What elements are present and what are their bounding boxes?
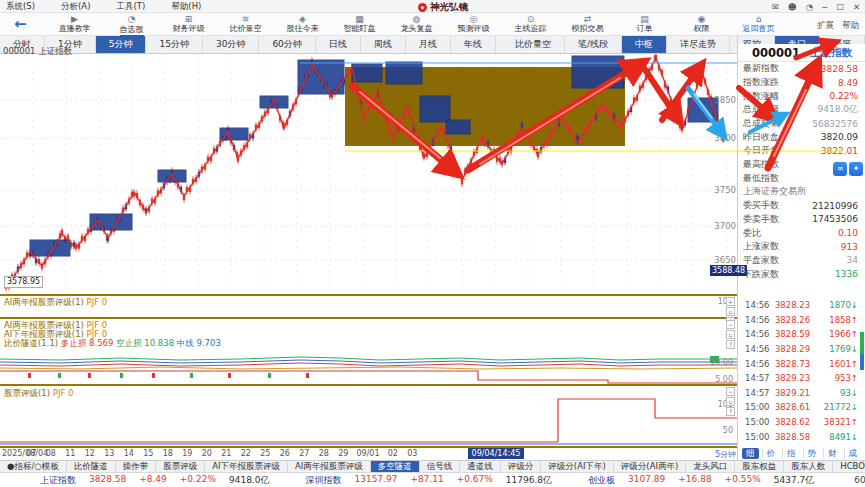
toolbar-item[interactable]: ◉ 权限 [673, 13, 730, 36]
indicator-tab[interactable]: 股票评级 [156, 461, 205, 472]
x-axis-date: 03 [403, 448, 423, 460]
period-tab[interactable]: 15分钟 [146, 36, 202, 53]
panel-mini-tab[interactable]: 指 [782, 448, 800, 459]
indicator-tab[interactable]: 股东人数 [784, 461, 833, 472]
toolbar-item[interactable]: ▶ 直播教学 [46, 13, 103, 36]
period-tab[interactable]: 周线 [361, 36, 406, 53]
indicator-tab[interactable]: 通道线 [460, 461, 501, 472]
panel-mini-tab[interactable]: 势 [803, 448, 821, 459]
x-axis-date: 14 [119, 448, 139, 460]
toolbar-item[interactable]: ▦ 智能盯盘 [331, 13, 388, 36]
toolbar-item[interactable]: ◎ 预测评级 [445, 13, 502, 36]
tick-list[interactable]: 14:56 3828.23 1870↓ 14:56 3828.26 1858↑ … [738, 298, 865, 444]
menu-item[interactable]: 分析(A) [61, 1, 90, 13]
indicator-tab[interactable]: 比价隧道 [67, 461, 116, 472]
pane3-canvas[interactable] [0, 386, 737, 446]
pane-menu-icon[interactable]: ▫ [726, 330, 735, 339]
view-tab[interactable]: 详尽走势 [667, 36, 730, 53]
user-icon[interactable]: ☻ [788, 2, 797, 12]
help-icon[interactable]: ? [726, 340, 735, 349]
view-tab[interactable]: 中枢 [622, 36, 667, 53]
toolbar-item[interactable]: ⌂ 返回首页 [730, 13, 787, 36]
toolbar-item[interactable]: ⊙ 主线追踪 [502, 13, 559, 36]
panel-mini-tab[interactable]: 细 [742, 448, 759, 459]
panel-mini-tab[interactable]: 成 [844, 448, 862, 459]
indicator-tab[interactable]: 操作带 [116, 461, 157, 472]
index-quote-group[interactable]: 创业板 3107.89 +16.88 +0.55% 5437.7亿 [588, 474, 814, 487]
help-icon[interactable]: ? [726, 407, 735, 416]
pane-separator[interactable] [0, 384, 737, 386]
pane-menu-icon[interactable]: ▫ [726, 397, 735, 406]
period-tab[interactable]: 60分钟 [259, 36, 315, 53]
big-order-ticker[interactable]: 605599 大单卖出 775手 [854, 474, 865, 487]
panel-mini-tab[interactable]: 财 [823, 448, 841, 459]
view-tab[interactable]: 比价量空 [502, 36, 565, 53]
quote-header: 000001 上证指数 [738, 44, 865, 62]
pane-separator[interactable] [0, 317, 737, 319]
period-tab[interactable]: 5分钟 [96, 36, 147, 53]
x-axis-date: 21 [217, 448, 237, 460]
minimize-icon[interactable]: ─ [822, 2, 827, 12]
x-axis-date: 26 [275, 448, 295, 460]
back-arrow-icon[interactable]: ← [14, 14, 27, 35]
indicator-tab[interactable]: 信号线 [420, 461, 461, 472]
indicator-tab[interactable]: 多空隧道 [371, 461, 420, 472]
maximize-icon[interactable]: ☐ [836, 2, 844, 12]
menu-item[interactable]: 帮助(H) [171, 1, 201, 13]
toolbar-item[interactable]: ⇄ 模拟交易 [559, 13, 616, 36]
collapse-icon[interactable]: − [726, 320, 735, 329]
pane-menu-icon[interactable]: ▫ [726, 307, 735, 316]
orders-icon: ▤ [616, 14, 673, 24]
toolbar-item[interactable]: ⊞ 财务评级 [160, 13, 217, 36]
history-icon: ◈ [274, 14, 331, 24]
mail-icon[interactable]: ✉ [772, 2, 779, 12]
period-tab[interactable]: 30分钟 [203, 36, 259, 53]
main-chart-canvas[interactable] [0, 54, 737, 294]
indicator-tab[interactable]: AI两年报股票评级 [288, 461, 371, 472]
pane3-label: 股票评级(1) PJF 0 [4, 388, 73, 400]
toolbar-item[interactable]: ≋ 比价量空 [217, 13, 274, 36]
panel-mini-tab[interactable]: 价 [762, 448, 780, 459]
period-tab[interactable]: 日线 [316, 36, 361, 53]
quote-row: 最新指数 3828.58 [738, 62, 865, 76]
indicator-tab[interactable]: AI下年报股票评级 [205, 461, 288, 472]
period-tab[interactable]: 月线 [406, 36, 451, 53]
signal-markers [28, 373, 309, 378]
indicator-tab[interactable]: 龙头风口 [686, 461, 735, 472]
indicator-tab[interactable]: 评级分(AI下年) [541, 461, 613, 472]
indicator-tab[interactable]: 评级分(AI两年) [614, 461, 686, 472]
x-axis-date: 25 [256, 448, 276, 460]
toolbar-link[interactable]: 扩展 [817, 20, 834, 32]
view-tab[interactable]: 笔/线段 [565, 36, 622, 53]
scrollbar-thumb[interactable] [860, 354, 864, 370]
toolbar-item[interactable]: ▤ 订单 [616, 13, 673, 36]
float-app-icon[interactable]: ∞ [833, 162, 847, 176]
period-tab[interactable]: 年线 [451, 36, 496, 53]
y-axis-label: 3650 [710, 255, 736, 265]
index-quote-group[interactable]: 深圳指数 13157.97 +87.11 +0.67% 11796.8亿 [305, 474, 552, 487]
pane-separator[interactable] [0, 294, 737, 296]
indicator-tab[interactable]: HCBOLL [833, 461, 865, 472]
toolbar-item[interactable]: ◍ 龙头复盘 [388, 13, 445, 36]
indicator-tab[interactable]: 股东权益 [735, 461, 784, 472]
toolbar-link[interactable]: 帮助 [842, 20, 859, 32]
close-icon[interactable]: ✕ [853, 2, 860, 12]
x-axis-date: 29 [334, 448, 354, 460]
index-quote-group[interactable]: 上证指数 3828.58 +8.49 +0.22% 9418.0亿 [40, 474, 269, 487]
quote-row: 指数涨幅 0.22% [738, 89, 865, 103]
scrollbar-segment[interactable] [860, 332, 864, 354]
menu-item[interactable]: 系统(S) [6, 1, 35, 13]
collapse-icon[interactable]: − [726, 387, 735, 396]
pane2-canvas[interactable] [0, 319, 737, 384]
toolbar-item[interactable]: ◔ 自选股 [103, 13, 160, 36]
indicator-tab[interactable]: ●指标/○模板 [0, 461, 67, 472]
quote-name[interactable]: 上证指数 [810, 46, 852, 60]
float-app-icon[interactable]: ✦ [849, 162, 863, 176]
panel-divider[interactable] [737, 36, 738, 460]
expand-icon[interactable]: + [726, 297, 735, 306]
app-window: 系统(S)分析(A)工具(T)帮助(H) ✷ 神光弘镜 ✉ ☻ ◔ ─ ☐ ✕ … [0, 0, 865, 487]
bell-icon[interactable]: ◔ [806, 2, 813, 12]
toolbar-item[interactable]: ◈ 股往今来 [274, 13, 331, 36]
menu-item[interactable]: 工具(T) [116, 1, 145, 13]
indicator-tab[interactable]: 评级分 [501, 461, 542, 472]
